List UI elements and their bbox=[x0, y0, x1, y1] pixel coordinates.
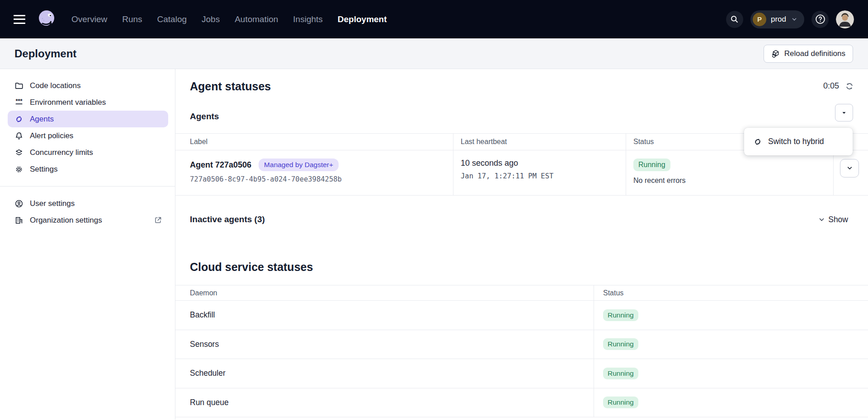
chevron-down-icon bbox=[846, 164, 854, 172]
column-header-last-heartbeat: Last heartbeat bbox=[453, 134, 626, 150]
cloud-table-header: Daemon Status bbox=[175, 285, 868, 301]
column-header-status: Status bbox=[594, 285, 868, 300]
page-title: Deployment bbox=[14, 47, 76, 60]
sidebar-item-label: Concurrency limits bbox=[30, 148, 93, 157]
nav-item-deployment[interactable]: Deployment bbox=[338, 14, 387, 24]
chevron-down-icon bbox=[841, 110, 847, 116]
search-icon bbox=[730, 15, 739, 23]
daemon-name: Sensors bbox=[175, 330, 594, 359]
column-header-label: Label bbox=[175, 134, 453, 150]
daemon-name: Backfill bbox=[175, 301, 594, 330]
sidebar-item-settings[interactable]: Settings bbox=[0, 161, 175, 177]
sidebar-item-label: Organization settings bbox=[30, 216, 102, 225]
external-link-icon bbox=[154, 216, 162, 224]
main-panel: Agent statuses 0:05 Agents Label Last he… bbox=[175, 69, 868, 420]
building-icon bbox=[14, 216, 24, 225]
org-name: prod bbox=[771, 15, 786, 24]
nav-item-runs[interactable]: Runs bbox=[122, 14, 142, 24]
agent-swap-icon bbox=[753, 137, 762, 146]
sidebar-item-label: Code locations bbox=[30, 81, 80, 90]
agent-label-cell: Agent 727a0506 Managed by Dagster+ 727a0… bbox=[175, 150, 453, 195]
show-label: Show bbox=[828, 215, 848, 224]
sidebar-item-environment-variables[interactable]: *** Environment variables bbox=[0, 94, 175, 111]
heartbeat-timestamp: Jan 17, 1:27:11 PM EST bbox=[461, 172, 618, 180]
menu-icon[interactable] bbox=[14, 15, 25, 24]
sidebar-item-user-settings[interactable]: User settings bbox=[0, 195, 175, 212]
daemon-name: Scheduler bbox=[175, 359, 594, 388]
search-button[interactable] bbox=[726, 11, 743, 28]
chevron-down-icon bbox=[818, 216, 825, 223]
help-button[interactable] bbox=[811, 11, 829, 28]
managed-badge: Managed by Dagster+ bbox=[259, 159, 339, 171]
chevron-down-icon bbox=[791, 16, 798, 23]
agent-uuid: 727a0506-8c97-4b95-a024-70ee3984258b bbox=[190, 175, 446, 183]
env-variables-icon: *** bbox=[14, 98, 24, 107]
sidebar-item-label: Settings bbox=[30, 165, 57, 174]
gear-icon bbox=[14, 165, 24, 174]
bell-icon bbox=[14, 131, 24, 140]
nav-item-overview[interactable]: Overview bbox=[71, 14, 107, 24]
sidebar-item-label: User settings bbox=[30, 199, 75, 208]
nav-item-catalog[interactable]: Catalog bbox=[157, 14, 187, 24]
status-badge: Running bbox=[603, 309, 638, 321]
nav-item-insights[interactable]: Insights bbox=[293, 14, 322, 24]
daemon-name: Run queue bbox=[175, 388, 594, 417]
svg-text:***: *** bbox=[15, 98, 23, 104]
status-badge: Running bbox=[603, 338, 638, 350]
dagster-logo-icon[interactable] bbox=[35, 9, 57, 30]
deployment-sidebar: Code locations *** Environment variables… bbox=[0, 69, 175, 420]
sidebar-item-concurrency-limits[interactable]: Concurrency limits bbox=[0, 144, 175, 161]
page-header: Deployment Reload definitions bbox=[0, 38, 868, 69]
reload-definitions-label: Reload definitions bbox=[784, 49, 845, 58]
status-badge: Running bbox=[603, 368, 638, 379]
primary-nav: Overview Runs Catalog Jobs Automation In… bbox=[71, 14, 387, 24]
nav-item-automation[interactable]: Automation bbox=[235, 14, 278, 24]
daemon-row-scheduler: Scheduler Running bbox=[175, 359, 868, 388]
agent-heartbeat-cell: 10 seconds ago Jan 17, 1:27:11 PM EST bbox=[453, 150, 626, 195]
daemon-row-backfill: Backfill Running bbox=[175, 301, 868, 330]
sidebar-item-label: Alert policies bbox=[30, 131, 73, 140]
sidebar-item-organization-settings[interactable]: Organization settings bbox=[0, 212, 175, 229]
agents-section-menu-button[interactable] bbox=[835, 104, 853, 121]
refresh-icon[interactable] bbox=[845, 82, 854, 91]
reload-cube-icon bbox=[771, 49, 780, 58]
status-badge: Running bbox=[603, 397, 638, 408]
org-switcher[interactable]: P prod bbox=[750, 10, 804, 28]
agents-section-title: Agents bbox=[190, 112, 219, 121]
agent-swap-icon bbox=[14, 115, 24, 124]
agent-name[interactable]: Agent 727a0506 bbox=[190, 160, 251, 170]
inactive-agents-row: Inactive agents (3) Show bbox=[175, 215, 868, 224]
agent-statuses-title: Agent statuses bbox=[190, 79, 271, 93]
agent-status-cell: Running No recent errors bbox=[626, 150, 834, 195]
sidebar-item-label: Environment variables bbox=[30, 98, 106, 107]
top-nav: Overview Runs Catalog Jobs Automation In… bbox=[0, 0, 868, 38]
agent-menu-popup: Switch to hybrid bbox=[744, 128, 853, 155]
user-circle-icon bbox=[14, 199, 24, 208]
agent-row: Agent 727a0506 Managed by Dagster+ 727a0… bbox=[175, 150, 868, 196]
cloud-services-table: Daemon Status Backfill Running Sensors R… bbox=[175, 285, 868, 417]
status-badge: Running bbox=[633, 159, 670, 171]
org-avatar: P bbox=[753, 13, 766, 26]
agent-row-menu-button[interactable] bbox=[840, 159, 859, 177]
sidebar-item-code-locations[interactable]: Code locations bbox=[0, 77, 175, 94]
column-header-daemon: Daemon bbox=[175, 285, 594, 300]
inactive-agents-label: Inactive agents (3) bbox=[190, 215, 265, 224]
refresh-timer-wrap: 0:05 bbox=[823, 81, 854, 91]
sidebar-item-label: Agents bbox=[30, 115, 54, 124]
user-avatar[interactable] bbox=[836, 10, 854, 28]
nav-item-jobs[interactable]: Jobs bbox=[202, 14, 220, 24]
cloud-service-statuses-title: Cloud service statuses bbox=[190, 260, 313, 274]
status-note: No recent errors bbox=[633, 177, 826, 185]
question-icon bbox=[815, 14, 826, 25]
nav-right-cluster: P prod bbox=[726, 10, 854, 28]
heartbeat-relative: 10 seconds ago bbox=[461, 159, 618, 168]
reload-definitions-button[interactable]: Reload definitions bbox=[764, 45, 853, 63]
sidebar-item-alert-policies[interactable]: Alert policies bbox=[0, 127, 175, 144]
folder-icon bbox=[14, 81, 24, 90]
sidebar-divider bbox=[0, 186, 175, 187]
menu-item-switch-to-hybrid[interactable]: Switch to hybrid bbox=[768, 137, 824, 146]
layers-icon bbox=[14, 148, 24, 157]
refresh-countdown: 0:05 bbox=[823, 81, 839, 91]
sidebar-item-agents[interactable]: Agents bbox=[8, 111, 168, 127]
inactive-agents-show-toggle[interactable]: Show bbox=[818, 215, 848, 224]
